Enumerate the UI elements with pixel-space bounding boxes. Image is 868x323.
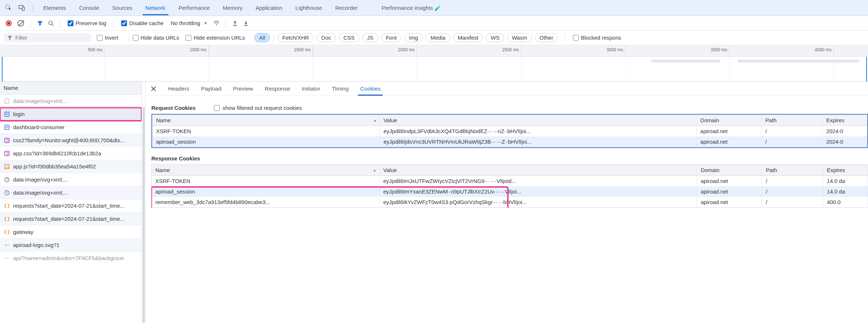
cookie-row[interactable]: XSRF-TOKENeyJpdil6IndpL3FVdlA3cXQ4TGdBbj…: [152, 126, 867, 137]
tab-lighthouse[interactable]: Lighthouse: [289, 1, 329, 15]
request-row[interactable]: dashboard-consumer: [0, 121, 142, 134]
disable-cache-input[interactable]: [121, 20, 127, 26]
tab-application[interactable]: Application: [249, 1, 289, 15]
chip-other[interactable]: Other: [535, 33, 558, 42]
col-expires[interactable]: Expires: [823, 165, 868, 176]
show-filtered-checkbox[interactable]: show filtered out request cookies: [214, 105, 302, 111]
request-row[interactable]: JSapp.js?id=f30dbb35ea54a15e4f02: [0, 160, 142, 173]
blocked-response-label: Blocked respons: [581, 35, 621, 41]
request-row[interactable]: css2?family=Nunito:wght@400;600;700&dis.…: [0, 134, 142, 147]
tab-recorder[interactable]: Recorder: [329, 1, 364, 15]
col-value[interactable]: Value: [379, 165, 697, 176]
col-expires[interactable]: Expires: [823, 115, 867, 126]
col-name[interactable]: Name: [152, 165, 380, 176]
request-row[interactable]: api/?name=admin&color=7F9CF5&backgroun: [0, 252, 142, 265]
tab-elements[interactable]: Elements: [37, 1, 73, 15]
blocked-response-checkbox[interactable]: Blocked respons: [573, 35, 621, 41]
tab-console[interactable]: Console: [73, 1, 106, 15]
timeline-track[interactable]: [0, 57, 868, 81]
col-domain[interactable]: Domain: [697, 115, 762, 126]
css-icon: [4, 137, 10, 144]
throttling-select[interactable]: No throttling ▼: [171, 20, 207, 26]
hide-ext-urls-input[interactable]: [186, 35, 191, 41]
show-filtered-input[interactable]: [214, 105, 220, 111]
hide-data-urls-input[interactable]: [133, 35, 139, 41]
request-row[interactable]: requests?start_date=2024-07-21&start_tim…: [0, 199, 142, 212]
preserve-log-input[interactable]: [68, 20, 73, 26]
tab-performance-insights[interactable]: Performance insights 🧪: [375, 1, 448, 15]
network-timeline[interactable]: 500 ms 1000 ms 1500 ms 2000 ms 2500 ms 3…: [0, 45, 868, 81]
detail-tab-headers[interactable]: Headers: [162, 83, 195, 95]
request-list[interactable]: data:image/svg+xml;...logindashboard-con…: [0, 95, 142, 323]
chip-js[interactable]: JS: [362, 33, 378, 42]
cookie-row[interactable]: apiroad_sessioneyJpdil6ImYxanE3ZENwM··n9…: [152, 186, 868, 197]
detail-tabs: Headers Payload Preview Response Initiat…: [146, 81, 868, 96]
chip-media[interactable]: Media: [426, 33, 450, 42]
request-row[interactable]: data:image/svg+xml;...: [0, 173, 142, 186]
chip-css[interactable]: CSS: [339, 33, 359, 42]
filter-input[interactable]: [15, 35, 87, 41]
preserve-log-label: Preserve log: [76, 20, 106, 26]
request-list-header[interactable]: Name: [0, 81, 142, 95]
svg-rect-2: [22, 7, 24, 11]
tab-performance[interactable]: Performance: [172, 1, 216, 15]
network-conditions-icon[interactable]: [213, 20, 220, 27]
request-row[interactable]: data:image/svg+xml;...: [0, 95, 142, 108]
col-name[interactable]: Name: [152, 115, 380, 126]
chip-all[interactable]: All: [254, 33, 270, 42]
detail-tab-payload[interactable]: Payload: [195, 83, 227, 95]
request-row[interactable]: gateway: [0, 226, 142, 239]
disable-cache-checkbox[interactable]: Disable cache: [121, 20, 163, 26]
detail-tab-timing[interactable]: Timing: [326, 83, 354, 95]
request-row[interactable]: apiroad-logo.svg?1: [0, 239, 142, 252]
detail-tab-cookies[interactable]: Cookies: [354, 83, 386, 95]
close-icon[interactable]: [148, 84, 159, 94]
detail-tab-response[interactable]: Response: [259, 83, 296, 95]
tab-sources[interactable]: Sources: [106, 1, 139, 15]
chip-doc[interactable]: Doc: [316, 33, 336, 42]
request-cookies-table[interactable]: Name Value Domain Path Expires XSRF-TOKE…: [151, 114, 868, 148]
request-row[interactable]: app.css?id=369db6210fcb1de13b2a: [0, 147, 142, 160]
filter-toggle-icon[interactable]: [37, 20, 43, 27]
panel-resize-handle[interactable]: [142, 81, 146, 323]
response-cookies-table[interactable]: Name Value Domain Path Expires XSRF-TOKE…: [151, 164, 868, 208]
hide-data-urls-checkbox[interactable]: Hide data URLs: [133, 35, 179, 41]
invert-checkbox[interactable]: Invert: [97, 35, 119, 41]
cookie-row[interactable]: XSRF-TOKENeyJpdil6ImJxUTFwZWIycVZicjViT2…: [152, 176, 868, 187]
search-icon[interactable]: [48, 20, 54, 27]
detail-tab-initiator[interactable]: Initiator: [296, 83, 326, 95]
clock-icon: [4, 176, 10, 183]
record-button[interactable]: [6, 20, 12, 26]
request-row[interactable]: data:image/svg+xml;...: [0, 186, 142, 199]
preserve-log-checkbox[interactable]: Preserve log: [68, 20, 106, 26]
chip-wasm[interactable]: Wasm: [507, 33, 532, 42]
device-toggle-icon[interactable]: [16, 2, 28, 14]
invert-input[interactable]: [97, 35, 103, 41]
cookie-cell-domain: apiroad.net: [697, 197, 762, 208]
col-path[interactable]: Path: [762, 165, 823, 176]
tab-network[interactable]: Network: [139, 1, 172, 15]
col-domain[interactable]: Domain: [697, 165, 762, 176]
chip-fetchxhr[interactable]: Fetch/XHR: [278, 33, 314, 42]
clear-icon[interactable]: [17, 20, 24, 27]
request-row[interactable]: requests?start_date=2024-07-21&start_tim…: [0, 212, 142, 226]
upload-icon[interactable]: [232, 20, 238, 27]
inspect-element-icon[interactable]: [3, 2, 15, 14]
cookie-row[interactable]: remember_web_3dc7a913ef5fd4b890ecabe3...…: [152, 197, 868, 208]
chip-manifest[interactable]: Manifest: [453, 33, 483, 42]
chip-img[interactable]: Img: [404, 33, 423, 42]
chip-ws[interactable]: WS: [486, 33, 504, 42]
col-path[interactable]: Path: [761, 115, 822, 126]
hide-ext-urls-checkbox[interactable]: Hide extension URLs: [186, 35, 245, 41]
col-value[interactable]: Value: [380, 115, 697, 126]
filter-input-wrap[interactable]: [4, 33, 91, 42]
cookie-row[interactable]: apiroad_sessioneyJpdil6IjdsVnc3UVRTNHVmU…: [152, 136, 867, 147]
tab-memory[interactable]: Memory: [216, 1, 249, 15]
blocked-response-input[interactable]: [573, 35, 579, 41]
svg-text:JS: JS: [5, 166, 9, 169]
cookie-cell-value: eyJpdil6IkYvZWFzT0w4S3·pQdGorVzhqSkgr···…: [379, 197, 697, 208]
chip-font[interactable]: Font: [381, 33, 401, 42]
download-icon[interactable]: [243, 20, 249, 27]
detail-tab-preview[interactable]: Preview: [227, 83, 259, 95]
request-row[interactable]: login: [0, 108, 142, 121]
